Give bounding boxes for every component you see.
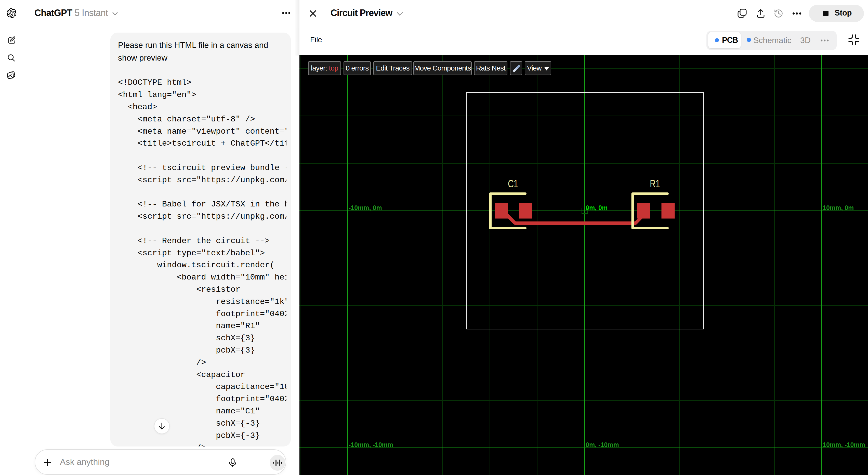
svg-text:-10mm, -10mm: -10mm, -10mm: [349, 441, 393, 448]
svg-text:C1: C1: [508, 177, 518, 190]
svg-text:0m, -10mm: 0m, -10mm: [586, 441, 619, 448]
svg-text:10mm, -10mm: 10mm, -10mm: [823, 441, 865, 448]
svg-text:0m, 0m: 0m, 0m: [586, 204, 608, 211]
svg-text:10mm, 0m: 10mm, 0m: [823, 204, 854, 211]
svg-text:R1: R1: [650, 177, 660, 190]
svg-text:-10mm, 0m: -10mm, 0m: [349, 204, 382, 211]
